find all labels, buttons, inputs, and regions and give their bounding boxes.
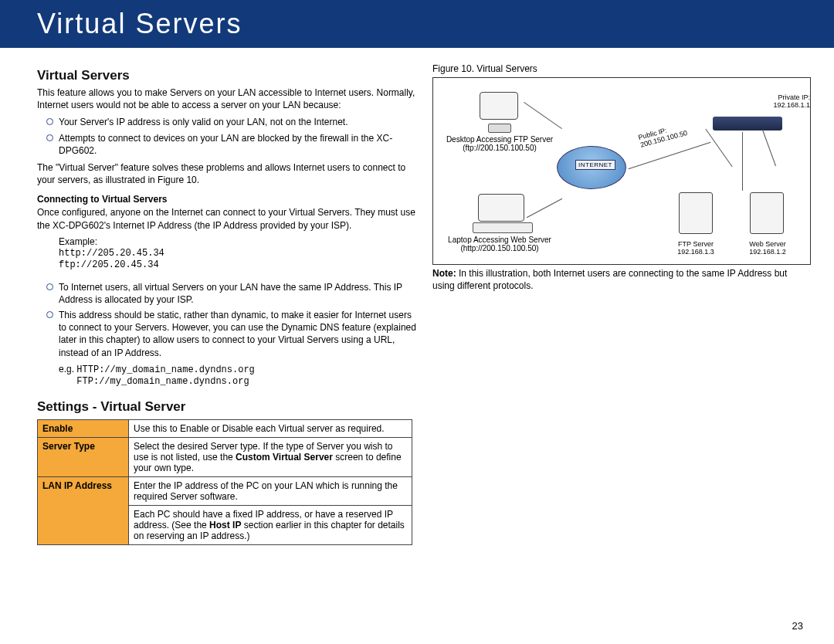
solve-paragraph: The "Virtual Server" feature solves thes… xyxy=(37,161,420,186)
eg-ftp: FTP://my_domain_name.dyndns.org xyxy=(76,376,249,387)
connection-line xyxy=(705,129,732,168)
intro-paragraph: This feature allows you to make Servers … xyxy=(37,86,420,111)
example-url-http: http://205.20.45.34 xyxy=(59,248,164,259)
connection-line xyxy=(524,102,562,129)
page-body: Virtual Servers This feature allows you … xyxy=(0,48,834,553)
figure-caption: Figure 10. Virtual Servers xyxy=(432,63,811,74)
public-ip-label: Public IP: 200.150.100.50 xyxy=(637,121,688,149)
internet-label: INTERNET xyxy=(575,160,615,170)
web-server-icon xyxy=(750,192,784,234)
example-url-ftp: ftp://205.20.45.34 xyxy=(59,259,159,270)
settings-table: Enable Use this to Enable or Disable eac… xyxy=(37,419,412,545)
bullet-item: Your Server's IP address is only valid o… xyxy=(59,116,420,128)
example-block: Example: http://205.20.45.34 ftp://205.2… xyxy=(59,236,420,270)
connecting-paragraph: Once configured, anyone on the Internet … xyxy=(37,206,420,231)
setting-value-enable: Use this to Enable or Disable each Virtu… xyxy=(129,419,412,437)
subheading-connecting: Connecting to Virtual Servers xyxy=(37,194,420,205)
left-column: Virtual Servers This feature allows you … xyxy=(37,63,420,545)
page-header: Virtual Servers xyxy=(0,0,834,48)
setting-value-lan-ip-1: Enter the IP address of the PC on your L… xyxy=(129,476,412,505)
eg-block: e.g. HTTP://my_domain_name.dyndns.org e.… xyxy=(59,364,420,387)
bullet-item: To Internet users, all virtual Servers o… xyxy=(59,281,420,306)
private-ip-label: Private IP: 192.168.1.1 xyxy=(767,93,810,109)
eg-prefix: e.g. xyxy=(59,364,76,375)
connection-line xyxy=(742,132,743,191)
right-column: Figure 10. Virtual Servers Desktop Acces… xyxy=(432,63,811,545)
bullet-list-2: To Internet users, all virtual Servers o… xyxy=(37,281,420,359)
section-heading-settings: Settings - Virtual Server xyxy=(37,399,420,415)
connection-line xyxy=(762,130,776,166)
router-icon xyxy=(713,117,782,130)
table-row: Enable Use this to Enable or Disable eac… xyxy=(38,419,412,437)
bullet-item: This address should be static, rather th… xyxy=(59,309,420,359)
figure-note: Note: In this illustration, both Interne… xyxy=(432,268,811,292)
web-server-label: Web Server 192.168.1.2 xyxy=(742,240,793,256)
setting-value-lan-ip-2: Each PC should have a fixed IP address, … xyxy=(129,505,412,544)
table-row: Server Type Select the desired Server ty… xyxy=(38,437,412,476)
example-label: Example: xyxy=(59,236,97,247)
ftp-server-label: FTP Server 192.168.1.3 xyxy=(671,240,720,256)
desktop-label: Desktop Accessing FTP Server (ftp://200.… xyxy=(438,135,561,152)
setting-label-lan-ip: LAN IP Address xyxy=(38,476,129,544)
header-title: Virtual Servers xyxy=(37,8,242,40)
setting-label-server-type: Server Type xyxy=(38,437,129,476)
setting-label-enable: Enable xyxy=(38,419,129,437)
bullet-item: Attempts to connect to devices on your L… xyxy=(59,132,420,157)
figure-10: Desktop Accessing FTP Server (ftp://200.… xyxy=(432,77,811,265)
table-row: LAN IP Address Enter the IP address of t… xyxy=(38,476,412,505)
connection-line xyxy=(527,198,562,218)
ftp-server-icon xyxy=(679,192,713,234)
setting-value-server-type: Select the desired Server type. If the t… xyxy=(129,437,412,476)
section-heading-virtual-servers: Virtual Servers xyxy=(37,68,420,83)
eg-http: HTTP://my_domain_name.dyndns.org xyxy=(76,364,254,375)
bullet-list-1: Your Server's IP address is only valid o… xyxy=(37,116,420,157)
laptop-label: Laptop Accessing Web Server (http://200.… xyxy=(438,236,561,253)
page-number: 23 xyxy=(792,620,803,632)
desktop-icon xyxy=(480,92,518,120)
laptop-icon xyxy=(478,194,524,222)
